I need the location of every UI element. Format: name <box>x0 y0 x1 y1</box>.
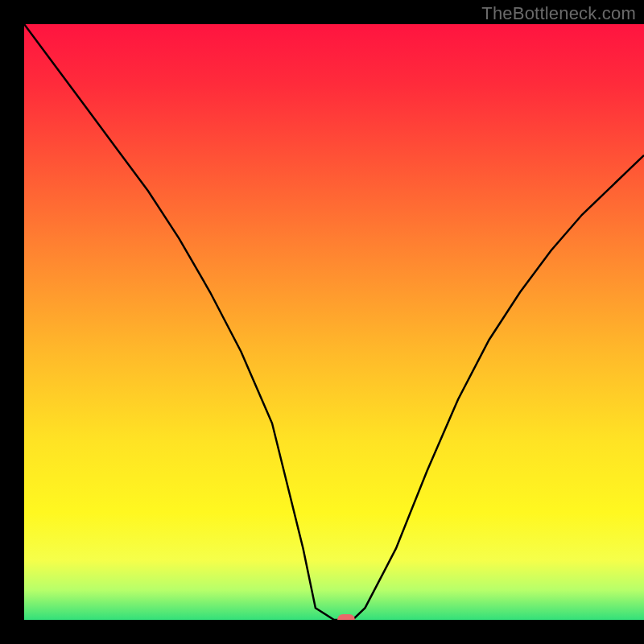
plot-area <box>24 24 644 620</box>
chart-frame: TheBottleneck.com <box>0 0 644 644</box>
optimal-point-marker <box>337 614 355 620</box>
watermark-label: TheBottleneck.com <box>481 3 636 24</box>
bottleneck-curve <box>24 24 644 620</box>
